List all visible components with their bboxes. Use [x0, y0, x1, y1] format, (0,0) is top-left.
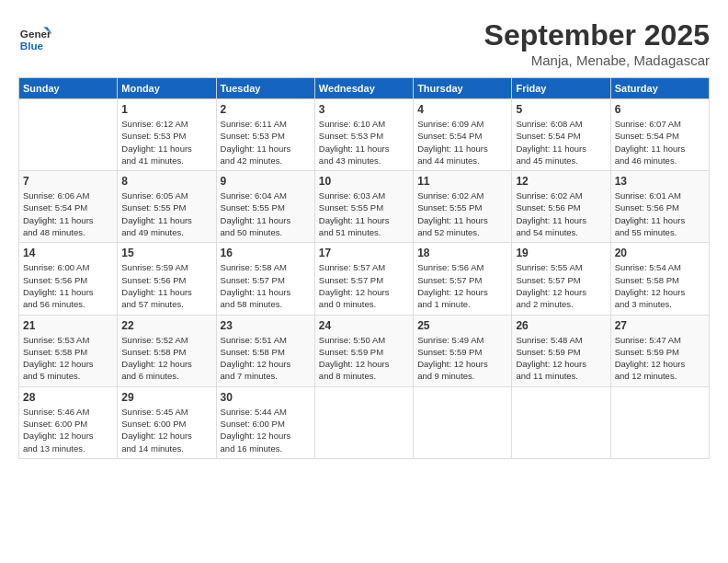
- page-header: General Blue September 2025 Manja, Menab…: [18, 18, 710, 68]
- day-cell: [314, 386, 413, 458]
- day-cell: [19, 99, 118, 171]
- calendar-table: SundayMondayTuesdayWednesdayThursdayFrid…: [18, 77, 710, 459]
- day-number: 14: [23, 247, 113, 259]
- day-number: 16: [221, 247, 311, 259]
- day-info: Sunrise: 5:57 AM Sunset: 5:57 PM Dayligh…: [319, 261, 409, 310]
- day-info: Sunrise: 5:51 AM Sunset: 5:58 PM Dayligh…: [221, 334, 311, 383]
- day-number: 22: [121, 319, 211, 332]
- day-info: Sunrise: 5:59 AM Sunset: 5:56 PM Dayligh…: [121, 261, 211, 310]
- day-number: 18: [417, 247, 507, 259]
- day-cell: 3Sunrise: 6:10 AM Sunset: 5:53 PM Daylig…: [314, 99, 413, 171]
- day-number: 27: [615, 319, 705, 332]
- day-cell: 26Sunrise: 5:48 AM Sunset: 5:59 PM Dayli…: [512, 315, 610, 386]
- day-info: Sunrise: 5:49 AM Sunset: 5:59 PM Dayligh…: [417, 334, 507, 383]
- day-number: 17: [319, 247, 409, 259]
- day-info: Sunrise: 5:55 AM Sunset: 5:57 PM Dayligh…: [516, 261, 606, 310]
- location-title: Manja, Menabe, Madagascar: [484, 52, 710, 68]
- logo-icon: General Blue: [18, 23, 51, 56]
- day-number: 28: [23, 391, 113, 404]
- logo: General Blue: [18, 23, 55, 56]
- svg-text:Blue: Blue: [20, 40, 44, 52]
- day-cell: 1Sunrise: 6:12 AM Sunset: 5:53 PM Daylig…: [118, 99, 216, 171]
- day-info: Sunrise: 5:45 AM Sunset: 6:00 PM Dayligh…: [121, 406, 211, 454]
- day-cell: 18Sunrise: 5:56 AM Sunset: 5:57 PM Dayli…: [414, 243, 512, 315]
- day-number: 9: [221, 175, 311, 188]
- day-cell: 21Sunrise: 5:53 AM Sunset: 5:58 PM Dayli…: [19, 315, 118, 386]
- day-cell: 17Sunrise: 5:57 AM Sunset: 5:57 PM Dayli…: [314, 243, 413, 315]
- day-info: Sunrise: 6:08 AM Sunset: 5:54 PM Dayligh…: [516, 118, 606, 167]
- day-info: Sunrise: 5:46 AM Sunset: 6:00 PM Dayligh…: [23, 406, 113, 454]
- week-row-0: 1Sunrise: 6:12 AM Sunset: 5:53 PM Daylig…: [19, 99, 710, 171]
- day-number: 10: [319, 175, 409, 188]
- day-cell: 7Sunrise: 6:06 AM Sunset: 5:54 PM Daylig…: [19, 171, 118, 243]
- day-info: Sunrise: 6:11 AM Sunset: 5:53 PM Dayligh…: [221, 118, 311, 167]
- week-row-4: 28Sunrise: 5:46 AM Sunset: 6:00 PM Dayli…: [19, 386, 710, 458]
- day-info: Sunrise: 6:02 AM Sunset: 5:55 PM Dayligh…: [417, 190, 507, 238]
- day-info: Sunrise: 5:54 AM Sunset: 5:58 PM Dayligh…: [615, 261, 705, 310]
- day-info: Sunrise: 5:48 AM Sunset: 5:59 PM Dayligh…: [516, 334, 606, 383]
- day-info: Sunrise: 6:00 AM Sunset: 5:56 PM Dayligh…: [23, 261, 113, 310]
- day-number: 20: [615, 247, 705, 259]
- day-info: Sunrise: 5:58 AM Sunset: 5:57 PM Dayligh…: [221, 261, 311, 310]
- day-cell: 20Sunrise: 5:54 AM Sunset: 5:58 PM Dayli…: [610, 243, 709, 315]
- day-info: Sunrise: 6:05 AM Sunset: 5:55 PM Dayligh…: [121, 190, 211, 238]
- header-cell-wednesday: Wednesday: [314, 78, 413, 99]
- header-cell-tuesday: Tuesday: [216, 78, 314, 99]
- day-cell: 12Sunrise: 6:02 AM Sunset: 5:56 PM Dayli…: [512, 171, 610, 243]
- day-info: Sunrise: 6:09 AM Sunset: 5:54 PM Dayligh…: [417, 118, 507, 167]
- day-cell: 2Sunrise: 6:11 AM Sunset: 5:53 PM Daylig…: [216, 99, 314, 171]
- day-cell: 8Sunrise: 6:05 AM Sunset: 5:55 PM Daylig…: [118, 171, 216, 243]
- day-cell: [512, 386, 610, 458]
- day-cell: 25Sunrise: 5:49 AM Sunset: 5:59 PM Dayli…: [414, 315, 512, 386]
- day-cell: 28Sunrise: 5:46 AM Sunset: 6:00 PM Dayli…: [19, 386, 118, 458]
- day-info: Sunrise: 5:53 AM Sunset: 5:58 PM Dayligh…: [23, 334, 113, 383]
- day-number: 8: [121, 175, 211, 188]
- day-info: Sunrise: 6:12 AM Sunset: 5:53 PM Dayligh…: [121, 118, 211, 167]
- day-cell: 4Sunrise: 6:09 AM Sunset: 5:54 PM Daylig…: [414, 99, 512, 171]
- day-number: 21: [23, 319, 113, 332]
- day-number: 5: [516, 103, 606, 116]
- day-info: Sunrise: 5:56 AM Sunset: 5:57 PM Dayligh…: [417, 261, 507, 310]
- month-title: September 2025: [484, 18, 710, 52]
- day-cell: 10Sunrise: 6:03 AM Sunset: 5:55 PM Dayli…: [314, 171, 413, 243]
- day-cell: 15Sunrise: 5:59 AM Sunset: 5:56 PM Dayli…: [118, 243, 216, 315]
- day-number: 29: [121, 391, 211, 404]
- day-cell: [414, 386, 512, 458]
- day-number: 1: [121, 103, 211, 116]
- header-cell-friday: Friday: [512, 78, 610, 99]
- day-info: Sunrise: 5:47 AM Sunset: 5:59 PM Dayligh…: [615, 334, 705, 383]
- week-row-1: 7Sunrise: 6:06 AM Sunset: 5:54 PM Daylig…: [19, 171, 710, 243]
- day-cell: 16Sunrise: 5:58 AM Sunset: 5:57 PM Dayli…: [216, 243, 314, 315]
- day-info: Sunrise: 5:50 AM Sunset: 5:59 PM Dayligh…: [319, 334, 409, 383]
- day-info: Sunrise: 6:07 AM Sunset: 5:54 PM Dayligh…: [615, 118, 705, 167]
- day-number: 19: [516, 247, 606, 259]
- day-cell: 13Sunrise: 6:01 AM Sunset: 5:56 PM Dayli…: [610, 171, 709, 243]
- header-cell-thursday: Thursday: [414, 78, 512, 99]
- day-number: 7: [23, 175, 113, 188]
- day-cell: 5Sunrise: 6:08 AM Sunset: 5:54 PM Daylig…: [512, 99, 610, 171]
- day-cell: 14Sunrise: 6:00 AM Sunset: 5:56 PM Dayli…: [19, 243, 118, 315]
- day-number: 30: [221, 391, 311, 404]
- week-row-3: 21Sunrise: 5:53 AM Sunset: 5:58 PM Dayli…: [19, 315, 710, 386]
- day-info: Sunrise: 6:03 AM Sunset: 5:55 PM Dayligh…: [319, 190, 409, 238]
- day-number: 11: [417, 175, 507, 188]
- day-cell: 29Sunrise: 5:45 AM Sunset: 6:00 PM Dayli…: [118, 386, 216, 458]
- day-info: Sunrise: 6:06 AM Sunset: 5:54 PM Dayligh…: [23, 190, 113, 238]
- day-number: 26: [516, 319, 606, 332]
- day-cell: 23Sunrise: 5:51 AM Sunset: 5:58 PM Dayli…: [216, 315, 314, 386]
- day-info: Sunrise: 6:04 AM Sunset: 5:55 PM Dayligh…: [221, 190, 311, 238]
- week-row-2: 14Sunrise: 6:00 AM Sunset: 5:56 PM Dayli…: [19, 243, 710, 315]
- day-number: 25: [417, 319, 507, 332]
- day-number: 4: [417, 103, 507, 116]
- day-number: 15: [121, 247, 211, 259]
- day-number: 3: [319, 103, 409, 116]
- day-cell: 27Sunrise: 5:47 AM Sunset: 5:59 PM Dayli…: [610, 315, 709, 386]
- day-number: 12: [516, 175, 606, 188]
- day-info: Sunrise: 6:01 AM Sunset: 5:56 PM Dayligh…: [615, 190, 705, 238]
- day-cell: [610, 386, 709, 458]
- day-number: 24: [319, 319, 409, 332]
- day-info: Sunrise: 6:10 AM Sunset: 5:53 PM Dayligh…: [319, 118, 409, 167]
- day-cell: 9Sunrise: 6:04 AM Sunset: 5:55 PM Daylig…: [216, 171, 314, 243]
- day-cell: 19Sunrise: 5:55 AM Sunset: 5:57 PM Dayli…: [512, 243, 610, 315]
- day-cell: 22Sunrise: 5:52 AM Sunset: 5:58 PM Dayli…: [118, 315, 216, 386]
